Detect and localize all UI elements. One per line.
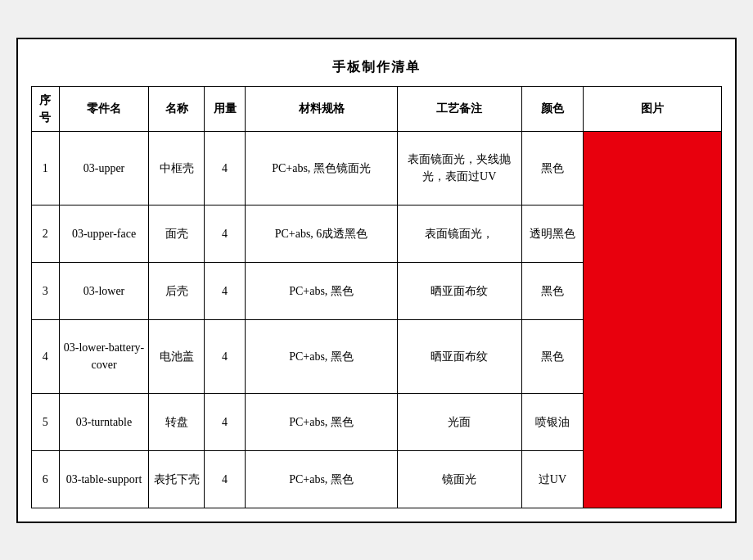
cell-color: 喷银油 [521,393,584,450]
cell-qty: 4 [204,262,246,319]
table-row: 103-upper中框壳4PC+abs, 黑色镜面光表面镜面光，夹线抛光，表面过… [32,131,722,205]
cell-spec: PC+abs, 黑色镜面光 [246,131,397,205]
header-color: 颜色 [521,86,584,131]
cell-seq: 6 [32,450,60,508]
cell-name: 面壳 [149,205,204,262]
cell-color: 黑色 [521,131,584,205]
cell-process: 晒亚面布纹 [397,262,521,319]
cell-spec: PC+abs, 黑色 [246,393,397,450]
header-qty: 用量 [204,86,246,131]
cell-color: 黑色 [521,262,584,319]
header-name: 名称 [149,86,204,131]
cell-process: 表面镜面光，夹线抛光，表面过UV [397,131,521,205]
cell-seq: 5 [32,393,60,450]
table-title: 手板制作清单 [31,52,722,86]
image-column-cell [584,131,722,508]
cell-qty: 4 [204,450,246,508]
cell-seq: 3 [32,262,60,319]
main-table: 序号 零件名 名称 用量 材料规格 工艺备注 颜色 图片 103-upper中框… [31,86,722,508]
cell-spec: PC+abs, 黑色 [246,262,397,319]
cell-part-no: 03-upper-face [59,205,149,262]
cell-spec: PC+abs, 黑色 [246,319,397,393]
cell-name: 电池盖 [149,319,204,393]
page-container: 手板制作清单 序号 零件名 名称 用量 材料规格 工艺备注 颜色 图片 [16,38,737,523]
cell-part-no: 03-lower-battery-cover [59,319,149,393]
cell-part-no: 03-lower [59,262,149,319]
cell-qty: 4 [204,131,246,205]
cell-name: 表托下壳 [149,450,204,508]
cell-color: 黑色 [521,319,584,393]
header-process: 工艺备注 [397,86,521,131]
cell-process: 表面镜面光， [397,205,521,262]
cell-spec: PC+abs, 6成透黑色 [246,205,397,262]
cell-spec: PC+abs, 黑色 [246,450,397,508]
cell-name: 后壳 [149,262,204,319]
cell-part-no: 03-table-support [59,450,149,508]
header-part-no: 零件名 [59,86,149,131]
cell-seq: 2 [32,205,60,262]
cell-seq: 1 [32,131,60,205]
cell-process: 光面 [397,393,521,450]
cell-qty: 4 [204,205,246,262]
header-image: 图片 [584,86,722,131]
header-seq: 序号 [32,86,60,131]
cell-process: 镜面光 [397,450,521,508]
cell-qty: 4 [204,393,246,450]
cell-color: 透明黑色 [521,205,584,262]
cell-process: 晒亚面布纹 [397,319,521,393]
cell-part-no: 03-turntable [59,393,149,450]
cell-qty: 4 [204,319,246,393]
cell-name: 转盘 [149,393,204,450]
header-spec: 材料规格 [246,86,397,131]
cell-part-no: 03-upper [59,131,149,205]
cell-color: 过UV [521,450,584,508]
cell-seq: 4 [32,319,60,393]
cell-name: 中框壳 [149,131,204,205]
